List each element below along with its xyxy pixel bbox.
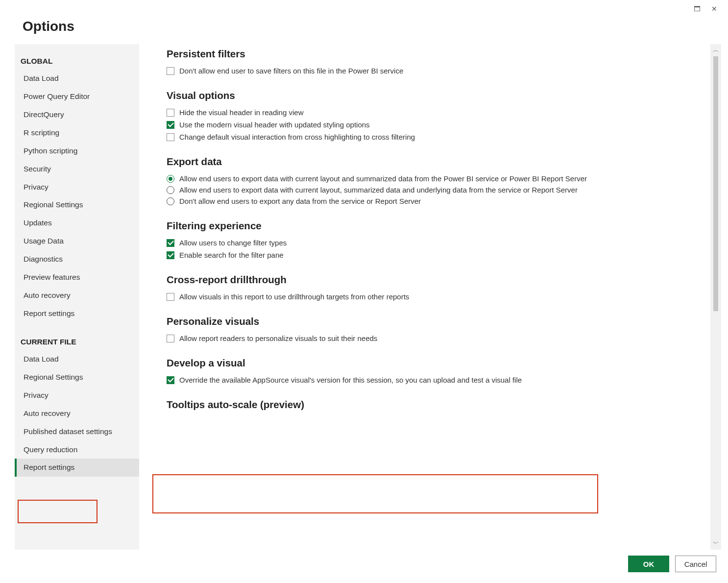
radio-export-summarized[interactable] — [167, 175, 174, 183]
sidebar-item-global-data-load[interactable]: Data Load — [15, 70, 139, 88]
options-content: Persistent filters Don't allow end user … — [139, 44, 710, 550]
sidebar-item-security[interactable]: Security — [15, 160, 139, 178]
label-cross-filtering: Change default visual interaction from c… — [179, 133, 415, 141]
sidebar-item-cf-data-load[interactable]: Data Load — [15, 350, 139, 368]
maximize-icon[interactable]: 🗖 — [694, 5, 701, 17]
section-tooltips-autoscale-title: Tooltips auto-scale (preview) — [167, 399, 701, 411]
label-disallow-save-filters: Don't allow end user to save filters on … — [179, 67, 403, 75]
section-persistent-filters-title: Persistent filters — [167, 48, 701, 60]
sidebar-item-updates[interactable]: Updates — [15, 214, 139, 232]
ok-button[interactable]: OK — [628, 556, 669, 572]
label-export-none: Don't allow end users to export any data… — [179, 197, 421, 205]
radio-export-none[interactable] — [167, 197, 174, 205]
sidebar-item-cf-privacy[interactable]: Privacy — [15, 387, 139, 405]
sidebar-item-python-scripting[interactable]: Python scripting — [15, 142, 139, 160]
sidebar-item-regional-global[interactable]: Regional Settings — [15, 196, 139, 214]
sidebar-item-power-query-editor[interactable]: Power Query Editor — [15, 88, 139, 106]
label-override-appsource-visual: Override the available AppSource visual'… — [179, 376, 522, 384]
sidebar-item-cf-auto-recovery[interactable]: Auto recovery — [15, 405, 139, 423]
scrollbar-thumb[interactable] — [713, 56, 718, 311]
sidebar-item-preview-features[interactable]: Preview features — [15, 268, 139, 287]
label-export-underlying: Allow end users to export data with curr… — [179, 186, 578, 194]
sidebar-item-report-settings-global[interactable]: Report settings — [15, 305, 139, 323]
sidebar-item-cf-query-reduction[interactable]: Query reduction — [15, 441, 139, 459]
checkbox-cross-report-drillthrough[interactable] — [167, 293, 174, 301]
sidebar-item-privacy-global[interactable]: Privacy — [15, 178, 139, 196]
checkbox-search-filter-pane[interactable] — [167, 251, 174, 259]
label-hide-visual-header: Hide the visual header in reading view — [179, 108, 303, 117]
label-search-filter-pane: Enable search for the filter pane — [179, 251, 284, 259]
label-personalize-visuals: Allow report readers to personalize visu… — [179, 334, 377, 342]
label-cross-report-drillthrough: Allow visuals in this report to use dril… — [179, 292, 409, 301]
sidebar-item-directquery[interactable]: DirectQuery — [15, 106, 139, 124]
sidebar-item-cf-regional[interactable]: Regional Settings — [15, 368, 139, 387]
label-export-summarized: Allow end users to export data with curr… — [179, 174, 587, 183]
sidebar-item-cf-report-settings[interactable]: Report settings — [15, 459, 139, 477]
sidebar-item-diagnostics[interactable]: Diagnostics — [15, 250, 139, 268]
page-title: Options — [23, 19, 728, 34]
sidebar-item-usage-data[interactable]: Usage Data — [15, 232, 139, 250]
sidebar-group-current-file: CURRENT FILE — [15, 334, 139, 350]
sidebar-item-r-scripting[interactable]: R scripting — [15, 124, 139, 142]
sidebar-item-auto-recovery-global[interactable]: Auto recovery — [15, 287, 139, 305]
cancel-button[interactable]: Cancel — [675, 556, 716, 572]
checkbox-personalize-visuals[interactable] — [167, 335, 174, 342]
close-icon[interactable]: ✕ — [711, 5, 717, 17]
sidebar-item-cf-published-dataset[interactable]: Published dataset settings — [15, 423, 139, 441]
content-scrollbar[interactable]: ︿ ﹀ — [710, 44, 721, 550]
label-change-filter-types: Allow users to change filter types — [179, 239, 287, 247]
section-visual-options-title: Visual options — [167, 90, 701, 101]
label-modern-visual-header: Use the modern visual header with update… — [179, 121, 370, 129]
section-develop-visual-title: Develop a visual — [167, 357, 701, 369]
sidebar-group-global: GLOBAL — [15, 53, 139, 70]
scroll-down-icon[interactable]: ﹀ — [712, 538, 720, 549]
checkbox-cross-filtering[interactable] — [167, 133, 174, 141]
checkbox-change-filter-types[interactable] — [167, 239, 174, 247]
options-sidebar: GLOBAL Data Load Power Query Editor Dire… — [15, 44, 139, 550]
section-export-data-title: Export data — [167, 156, 701, 168]
checkbox-disallow-save-filters[interactable] — [167, 67, 174, 75]
checkbox-override-appsource-visual[interactable] — [167, 376, 174, 384]
radio-export-underlying[interactable] — [167, 186, 174, 194]
checkbox-hide-visual-header[interactable] — [167, 109, 174, 117]
section-personalize-title: Personalize visuals — [167, 316, 701, 327]
checkbox-modern-visual-header[interactable] — [167, 121, 174, 129]
section-filtering-title: Filtering experience — [167, 220, 701, 232]
scroll-up-icon[interactable]: ︿ — [712, 45, 720, 55]
section-cross-report-title: Cross-report drillthrough — [167, 274, 701, 286]
